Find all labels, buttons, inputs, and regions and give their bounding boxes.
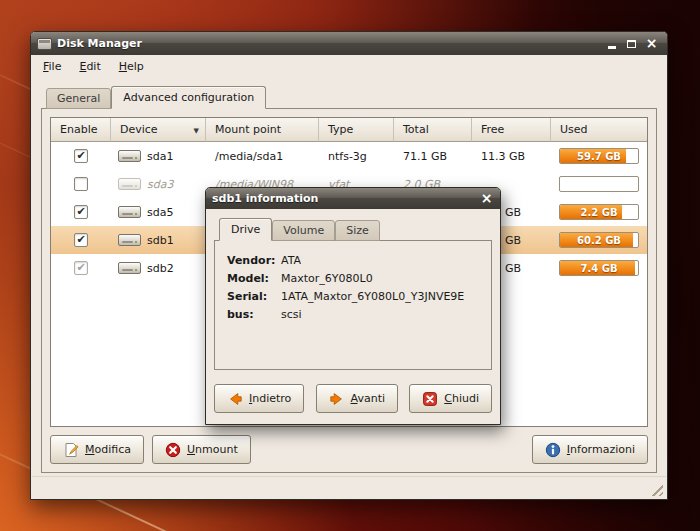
field-label: bus: — [227, 306, 281, 324]
drive-icon — [118, 262, 141, 274]
used-label: 60.2 GB — [560, 233, 638, 247]
field-value: Maxtor_6Y080L0 — [281, 270, 373, 288]
blue-info-icon — [545, 442, 561, 458]
column-header-type[interactable]: Type — [319, 118, 394, 142]
unmount-label: Unmount — [187, 443, 238, 456]
column-label: Enable — [60, 123, 97, 136]
column-header-free[interactable]: Free — [472, 118, 551, 142]
chiudi-button[interactable]: Chiudi — [409, 384, 492, 413]
used-label: 2.2 GB — [560, 205, 638, 219]
table-row[interactable]: sda1 /media/sda1 ntfs-3g 71.1 GB 11.3 GB… — [51, 142, 647, 170]
tab-label: Size — [346, 224, 369, 237]
tab-label: Advanced configuration — [123, 91, 254, 104]
bottom-actions: Modifica Unmount — [50, 435, 648, 464]
menu-file[interactable]: File — [34, 57, 70, 76]
used-bar: 7.4 GB — [559, 260, 639, 276]
avanti-label: Avanti — [351, 392, 385, 405]
column-label: Total — [403, 123, 429, 136]
total-size: 71.1 GB — [394, 142, 472, 170]
enable-checkbox[interactable] — [74, 149, 88, 163]
window-controls — [604, 35, 659, 52]
dialog-tab-volume[interactable]: Volume — [272, 220, 335, 241]
used-cell: 59.7 GB — [551, 142, 647, 170]
device-cell: sda3 — [111, 170, 206, 198]
used-cell: 2.2 GB — [551, 198, 647, 226]
tab-advanced-configuration[interactable]: Advanced configuration — [111, 86, 266, 109]
drive-icon — [118, 234, 141, 246]
dialog-tab-drive[interactable]: Drive — [219, 218, 272, 241]
enable-checkbox[interactable] — [74, 177, 88, 191]
window-title: Disk Manager — [57, 37, 599, 50]
orange-arrow-right-icon — [329, 391, 345, 407]
menu-edit[interactable]: Edit — [70, 57, 109, 76]
field-value: 1ATA_Maxtor_6Y080L0_Y3JNVE9E — [281, 288, 464, 306]
drive-icon — [118, 150, 141, 162]
enable-cell — [51, 142, 111, 170]
used-bar: 2.2 GB — [559, 204, 639, 220]
device-name: sdb1 — [147, 234, 174, 247]
enable-checkbox[interactable] — [74, 205, 88, 219]
avanti-button[interactable]: Avanti — [316, 384, 398, 413]
orange-arrow-left-icon — [227, 391, 243, 407]
dialog-titlebar[interactable]: sdb1 information — [206, 188, 500, 209]
maximize-button[interactable] — [624, 35, 639, 52]
used-label: 7.4 GB — [560, 261, 638, 275]
column-label: Mount point — [215, 123, 281, 136]
used-cell: 7.4 GB — [551, 254, 647, 282]
fs-type: ntfs-3g — [319, 142, 394, 170]
field-label: Serial: — [227, 288, 281, 306]
unmount-button[interactable]: Unmount — [152, 435, 251, 464]
dialog-close-button[interactable] — [479, 190, 494, 207]
enable-checkbox[interactable] — [74, 261, 88, 275]
device-cell: sda5 — [111, 198, 206, 226]
maximize-icon — [627, 40, 636, 48]
enable-cell — [51, 170, 111, 198]
red-close-icon — [422, 391, 438, 407]
minimize-button[interactable] — [604, 35, 619, 52]
column-header-device[interactable]: Device — [111, 118, 206, 142]
device-name: sda5 — [147, 206, 173, 219]
enable-checkbox[interactable] — [74, 233, 88, 247]
enable-cell — [51, 226, 111, 254]
close-button[interactable] — [644, 35, 659, 52]
modifica-button[interactable]: Modifica — [50, 435, 144, 464]
dialog-tab-size[interactable]: Size — [335, 220, 380, 241]
informazioni-button[interactable]: Informazioni — [532, 435, 648, 464]
close-icon — [646, 36, 658, 51]
column-header-mount-point[interactable]: Mount point — [206, 118, 319, 142]
field-model: Model: Maxtor_6Y080L0 — [227, 270, 485, 288]
sort-arrow-icon — [194, 123, 199, 136]
dialog-body: Drive Volume Size Vendor: ATA Model: Max… — [206, 209, 500, 424]
actions-spacer — [259, 435, 524, 464]
minimize-icon — [608, 46, 616, 49]
column-header-total[interactable]: Total — [394, 118, 472, 142]
window-titlebar[interactable]: Disk Manager — [31, 32, 667, 55]
drive-info-panel: Vendor: ATA Model: Maxtor_6Y080L0 Serial… — [214, 240, 492, 370]
column-header-enable[interactable]: Enable — [51, 118, 111, 142]
column-label: Free — [481, 123, 504, 136]
dialog-buttons: Indietro Avanti Chiudi — [214, 384, 492, 413]
desktop-wallpaper: Disk Manager File Edit Help General Adva… — [0, 0, 700, 531]
used-label: 59.7 GB — [560, 149, 638, 163]
mount-point: /media/sda1 — [206, 142, 319, 170]
statusbar — [32, 476, 666, 499]
menubar: File Edit Help — [31, 55, 667, 77]
free-size: 11.3 GB — [472, 142, 551, 170]
column-label: Device — [120, 123, 158, 136]
device-name: sda1 — [147, 150, 173, 163]
indietro-button[interactable]: Indietro — [214, 384, 304, 413]
column-label: Type — [328, 123, 353, 136]
menu-help[interactable]: Help — [110, 57, 153, 76]
drive-icon — [118, 206, 141, 218]
tab-general[interactable]: General — [46, 88, 111, 109]
used-cell: 60.2 GB — [551, 226, 647, 254]
field-bus: bus: scsi — [227, 306, 485, 324]
main-tabstrip: General Advanced configuration — [46, 85, 657, 109]
used-cell — [551, 170, 647, 198]
used-bar: 60.2 GB — [559, 232, 639, 248]
field-value: scsi — [281, 306, 302, 324]
field-vendor: Vendor: ATA — [227, 252, 485, 270]
column-header-used[interactable]: Used — [551, 118, 647, 142]
resize-grip[interactable] — [649, 482, 663, 496]
tab-label: Volume — [283, 224, 324, 237]
